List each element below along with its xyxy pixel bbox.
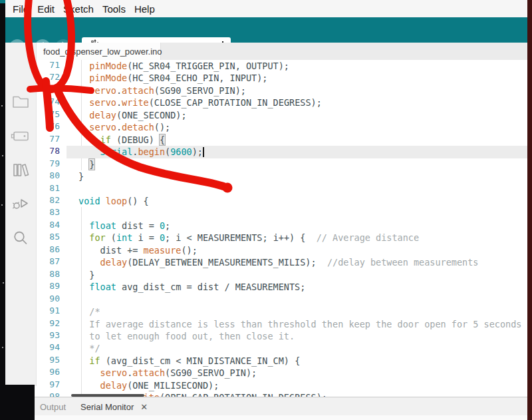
- menu-tools[interactable]: Tools: [102, 3, 126, 15]
- code-line: }: [66, 158, 527, 170]
- tab-serial-monitor[interactable]: Serial Monitor: [80, 402, 134, 412]
- activity-sidebar: [5, 43, 37, 386]
- code-line: float avg_dist_cm = dist / MEASUREMENTS;: [66, 281, 527, 293]
- tab-label: food_dispenser_low_power.ino: [43, 47, 162, 57]
- code-line: delay(DELAY_BETWEEN_MEASUREMENTS_MILIS);…: [66, 256, 527, 268]
- bottom-panel: Output Serial Monitor ✕: [35, 397, 527, 420]
- tab-sketch-file[interactable]: food_dispenser_low_power.ino: [37, 43, 161, 60]
- menu-edit[interactable]: Edit: [37, 3, 55, 15]
- menu-sketch[interactable]: Sketch: [63, 3, 94, 15]
- code-editor[interactable]: 7172737475767778798081828384858687888990…: [37, 60, 527, 397]
- code-line: pinMode(HC_SR04_TRIGGER_PIN, OUTPUT);: [66, 60, 527, 72]
- code-line: servo.attach(SG90_SERVO_PIN);: [66, 367, 527, 379]
- menu-bar: File Edit Sketch Tools Help: [5, 0, 527, 17]
- menu-help[interactable]: Help: [134, 3, 155, 15]
- boards-manager-icon[interactable]: [11, 126, 31, 146]
- desktop-bottom-left-corner: [0, 385, 35, 420]
- window-corner: [0, 0, 5, 3]
- line-number-gutter: 7172737475767778798081828384858687888990…: [37, 60, 60, 397]
- code-line: /*: [66, 306, 527, 317]
- code-line: void loop() {: [66, 195, 527, 207]
- search-icon[interactable]: [11, 228, 31, 248]
- toolbar: Arduino Nano ▾: [5, 17, 527, 43]
- editor-tab-bar: food_dispenser_low_power.ino: [5, 43, 527, 60]
- code-line: }: [66, 170, 527, 182]
- code-line: [66, 294, 527, 306]
- code-line: delay(ONE_MILISECOND);: [66, 379, 527, 391]
- text-cursor: [203, 147, 204, 157]
- code-line: if (DEBUG) {: [66, 134, 527, 146]
- code-line: [66, 183, 527, 195]
- code-line: to let enough food out, then close it.: [66, 330, 527, 342]
- desktop-left-edge: [0, 0, 5, 420]
- code-line: dist += measure();: [66, 244, 527, 256]
- code-line: }: [66, 269, 527, 281]
- code-line: Serial.begin(9600);: [66, 146, 527, 158]
- code-line: float dist = 0;: [66, 220, 527, 232]
- close-icon[interactable]: ✕: [140, 402, 148, 412]
- code-line: [66, 207, 527, 219]
- code-line: servo.write(CLOSE_CAP_ROTATION_IN_DEGRES…: [66, 97, 527, 108]
- debug-icon[interactable]: [11, 194, 31, 214]
- code-lines: pinMode(HC_SR04_TRIGGER_PIN, OUTPUT); pi…: [66, 60, 527, 397]
- sketchbook-folder-icon[interactable]: [11, 91, 31, 111]
- tab-output[interactable]: Output: [40, 402, 66, 412]
- code-line: servo.attach(SG90_SERVO_PIN);: [66, 85, 527, 97]
- code-line: pinMode(HC_SR04_ECHO_PIN, INPUT);: [66, 72, 527, 84]
- code-line: for (int i = 0; i < MEASUREMENTS; i++) {…: [66, 232, 527, 244]
- menu-file[interactable]: File: [13, 3, 29, 15]
- code-line: servo.detach();: [66, 121, 527, 133]
- code-line: if (avg_dist_cm < MIN_DISTANCE_IN_CM) {: [66, 355, 527, 367]
- code-line: delay(ONE_SECOND);: [66, 109, 527, 121]
- library-manager-icon[interactable]: [11, 160, 31, 180]
- arduino-ide-window: File Edit Sketch Tools Help: [5, 0, 527, 420]
- desktop-right-edge: [527, 0, 532, 420]
- code-line: If average distance is less than thresho…: [66, 318, 527, 330]
- code-line: */: [66, 342, 527, 354]
- panel-content-area: [35, 415, 527, 420]
